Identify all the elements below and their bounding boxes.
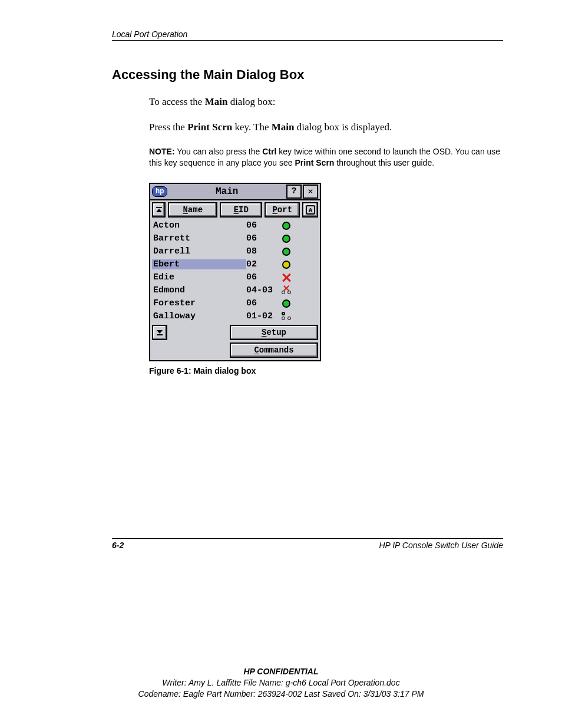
header-eid[interactable]: EID <box>220 202 262 218</box>
cell-status <box>279 261 294 269</box>
text: Press the <box>149 121 187 133</box>
cell-status <box>279 286 294 295</box>
cell-status <box>279 222 294 230</box>
text: dialog box is displayed. <box>295 121 392 133</box>
text-bold: Print Scrn <box>187 121 232 133</box>
doc-title: HP IP Console Switch User Guide <box>379 541 503 550</box>
confidential-footer: HP CONFIDENTIAL Writer: Amy L. Laffitte … <box>0 666 562 700</box>
text: S <box>262 328 266 337</box>
cell-status <box>279 248 294 256</box>
paragraph-1: To access the Main dialog box: <box>149 95 503 109</box>
cell-name: Edie <box>152 272 246 282</box>
cell-status <box>279 312 294 321</box>
status-green-icon <box>282 299 290 308</box>
cell-name: Edmond <box>152 285 246 295</box>
confidential-label: HP CONFIDENTIAL <box>0 666 562 677</box>
table-row[interactable]: Barrett 06 <box>152 232 318 245</box>
table-body: Acton 06 Barrett 06 Darrell 08 Ebert 02 <box>150 219 320 323</box>
cell-name: Galloway <box>152 311 246 321</box>
confidential-writer: Writer: Amy L. Laffitte File Name: g-ch6… <box>0 677 562 689</box>
cell-port: 06 <box>246 298 279 308</box>
text: To access the <box>149 96 205 107</box>
hp-logo: hp <box>152 186 167 197</box>
running-header: Local Port Operation <box>112 29 503 41</box>
text: etup <box>266 328 286 337</box>
text: You can also press the <box>175 147 263 156</box>
cell-port: 06 <box>246 220 279 230</box>
page-number: 6-2 <box>112 541 124 550</box>
svg-marker-1 <box>156 209 162 212</box>
page-title: Accessing the Main Dialog Box <box>112 67 503 83</box>
dialog-title: Main <box>168 186 285 197</box>
cell-name: Ebert <box>152 259 246 269</box>
table-row[interactable]: Ebert 02 <box>152 258 318 271</box>
text: dialog box: <box>227 96 275 107</box>
paragraph-2: Press the Print Scrn key. The Main dialo… <box>149 121 503 134</box>
header-name-label: N <box>183 205 187 215</box>
header-a[interactable]: A <box>302 202 318 218</box>
text: ort <box>277 205 292 215</box>
text: ommands <box>259 345 294 355</box>
scroll-top-icon <box>156 206 163 213</box>
text: ame <box>188 205 203 215</box>
text-bold: Main <box>205 96 228 107</box>
cell-name: Barrett <box>152 233 246 243</box>
text-bold: Main <box>272 121 295 133</box>
page-footer: 6-2 HP IP Console Switch User Guide <box>112 538 503 550</box>
cell-name: Darrell <box>152 246 246 256</box>
svg-rect-5 <box>157 334 163 335</box>
svg-text:A: A <box>308 207 312 214</box>
cell-port: 02 <box>246 259 279 269</box>
cell-port: 01-02 <box>246 311 279 321</box>
status-x-icon <box>282 273 291 282</box>
dialog-footer: Setup Commands <box>150 323 320 360</box>
table-row[interactable]: Acton 06 <box>152 219 318 232</box>
cell-name: Forester <box>152 298 246 308</box>
confidential-codename: Codename: Eagle Part Number: 263924-002 … <box>0 689 562 700</box>
note-label: NOTE: <box>149 147 175 156</box>
text-bold: Ctrl <box>262 147 276 156</box>
status-cascade-icon <box>282 312 291 321</box>
cell-port: 06 <box>246 233 279 243</box>
cell-status <box>279 235 294 243</box>
header-name[interactable]: Name <box>168 202 217 218</box>
header-port[interactable]: Port <box>265 202 300 218</box>
table-row[interactable]: Galloway 01-02 <box>152 310 318 323</box>
text: throughout this user guide. <box>334 158 434 167</box>
text: ID <box>239 205 249 215</box>
scroll-bottom-button[interactable] <box>152 325 167 340</box>
help-button[interactable]: ? <box>286 185 302 199</box>
status-green-icon <box>282 235 290 243</box>
table-row[interactable]: Edmond 04-03 <box>152 284 318 297</box>
text: C <box>254 345 259 355</box>
scroll-bottom-icon <box>156 329 163 336</box>
setup-button[interactable]: Setup <box>230 325 318 340</box>
svg-marker-4 <box>157 330 163 334</box>
commands-button[interactable]: Commands <box>230 342 318 358</box>
header-port-label: P <box>272 205 277 215</box>
cell-status <box>279 299 294 308</box>
status-green-icon <box>282 248 290 256</box>
cell-port: 04-03 <box>246 285 279 295</box>
main-dialog: hp Main ? ✕ Name EID Port A Acton 06 <box>149 183 321 361</box>
a-box-icon: A <box>306 205 315 215</box>
table-row[interactable]: Edie 06 <box>152 271 318 284</box>
status-xcascade-icon <box>282 286 291 295</box>
column-headers: Name EID Port A <box>150 200 320 219</box>
titlebar: hp Main ? ✕ <box>150 184 320 200</box>
table-row[interactable]: Forester 06 <box>152 297 318 310</box>
table-row[interactable]: Darrell 08 <box>152 245 318 258</box>
cell-port: 08 <box>246 246 279 256</box>
text-bold: Print Scrn <box>295 158 335 167</box>
close-button[interactable]: ✕ <box>303 185 318 199</box>
header-eid-label: E <box>234 205 239 215</box>
text: key. The <box>232 121 272 133</box>
status-green-icon <box>282 222 290 230</box>
status-yellow-icon <box>282 261 290 269</box>
svg-rect-0 <box>156 207 162 208</box>
cell-name: Acton <box>152 220 246 230</box>
scroll-top-button[interactable] <box>152 202 166 218</box>
cell-port: 06 <box>246 272 279 282</box>
cell-status <box>279 273 294 282</box>
note: NOTE: You can also press the Ctrl key tw… <box>149 146 503 169</box>
